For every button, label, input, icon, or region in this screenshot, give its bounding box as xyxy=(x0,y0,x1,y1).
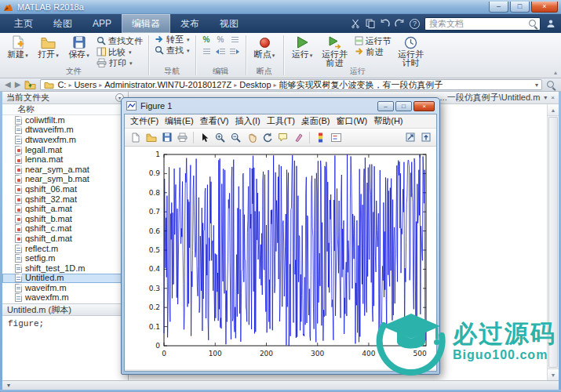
help-icon[interactable]: ? xyxy=(410,19,420,29)
file-row[interactable]: dtwavexfm.m xyxy=(2,135,128,145)
zoom-in-icon[interactable] xyxy=(213,130,228,144)
breakpoints-button[interactable]: 断点▾ xyxy=(250,34,279,60)
legend-icon[interactable] xyxy=(329,130,344,144)
figure-menu-item[interactable]: 文件(F) xyxy=(127,115,162,127)
figure-menu-item[interactable]: 桌面(B) xyxy=(298,115,333,127)
smart-indent-icon[interactable] xyxy=(200,46,213,56)
doc-search-input[interactable] xyxy=(424,17,541,31)
file-row[interactable]: setfig.m xyxy=(2,253,128,263)
find-files-button[interactable]: 查找文件 xyxy=(95,36,144,46)
goto-button[interactable]: 转至 ▾ xyxy=(153,34,191,45)
file-row[interactable]: qshift_06.mat xyxy=(2,184,128,194)
figure-menu-item[interactable]: 插入(I) xyxy=(231,115,263,127)
forward-icon[interactable]: ▶ xyxy=(15,81,21,89)
statusbar-menu-icon[interactable]: ▾ xyxy=(7,382,10,389)
folder-search-icon[interactable] xyxy=(546,80,556,90)
wrap-comments-icon[interactable] xyxy=(228,34,242,45)
zoom-out-icon[interactable] xyxy=(228,130,243,144)
breadcrumb-segment[interactable]: Users xyxy=(74,80,97,89)
dock-figure-icon[interactable] xyxy=(418,130,433,144)
editor-dock-icon[interactable]: ▾ xyxy=(544,94,547,101)
figure-menu-item[interactable]: 工具(T) xyxy=(264,115,298,127)
figure-maximize-button[interactable]: □ xyxy=(395,101,412,111)
breadcrumb[interactable]: C:▸Users▸Administrator.WIN7U-20180127Z▸D… xyxy=(40,79,542,90)
open-button[interactable]: 打开▾ xyxy=(34,34,63,60)
run-and-advance-button[interactable]: 运行并前进 xyxy=(319,34,352,67)
new-button[interactable]: 新建▾ xyxy=(3,34,32,60)
figure-menu-item[interactable]: 查看(V) xyxy=(197,115,232,127)
file-row[interactable]: near_sym_b.mat xyxy=(2,175,128,185)
rotate-3d-icon[interactable] xyxy=(260,130,275,144)
file-row[interactable]: Untitled.m xyxy=(2,274,128,284)
indent-right-icon[interactable] xyxy=(228,46,242,56)
figure-menu-item[interactable]: 窗口(W) xyxy=(333,115,371,127)
figure-titlebar[interactable]: Figure 1 – □ × xyxy=(124,98,437,114)
cut-icon[interactable] xyxy=(350,19,360,29)
breadcrumb-segment[interactable]: C: xyxy=(57,80,66,89)
print-figure-icon[interactable] xyxy=(175,130,190,144)
name-column-header[interactable]: 名称 xyxy=(2,104,128,115)
file-row[interactable]: waveifm.m xyxy=(2,283,128,293)
link-plot-icon[interactable] xyxy=(403,130,417,144)
run-button[interactable]: 运行▾ xyxy=(288,34,317,60)
new-figure-icon[interactable] xyxy=(128,130,143,144)
file-row[interactable]: qshift_d.mat xyxy=(2,234,128,244)
figure-close-button[interactable]: × xyxy=(413,101,435,111)
advance-button[interactable]: 前进 xyxy=(353,47,393,57)
file-row[interactable]: near_sym_a.mat xyxy=(2,165,128,175)
file-row[interactable]: wavexfm.m xyxy=(2,293,128,303)
file-row[interactable]: qshift_c.mat xyxy=(2,224,128,234)
file-row[interactable]: lenna.mat xyxy=(2,154,128,165)
ribbon-tab[interactable]: 绘图 xyxy=(43,14,82,33)
ribbon-tab[interactable]: APP xyxy=(82,14,122,33)
maximize-button[interactable]: □ xyxy=(510,2,530,13)
run-and-time-button[interactable]: 运行并计时 xyxy=(395,34,428,67)
run-section-button[interactable]: 运行节 xyxy=(353,36,393,46)
figure-minimize-button[interactable]: – xyxy=(377,101,394,111)
close-button[interactable]: × xyxy=(531,2,558,13)
breadcrumb-segment[interactable]: Administrator.WIN7U-20180127Z xyxy=(104,80,231,89)
details-panel-header[interactable]: Untitled.m (脚本) xyxy=(2,303,128,316)
colorbar-icon[interactable] xyxy=(313,130,328,144)
copy-icon[interactable] xyxy=(365,19,375,29)
profile-icon[interactable] xyxy=(545,19,556,29)
file-row[interactable]: qshift_32.mat xyxy=(2,194,128,205)
redo-icon[interactable] xyxy=(395,19,405,29)
up-folder-icon[interactable] xyxy=(24,80,36,89)
figure-menu-item[interactable]: 编辑(E) xyxy=(162,115,197,127)
pan-icon[interactable] xyxy=(244,130,259,144)
scroll-up-icon[interactable]: ▲ xyxy=(548,104,559,116)
file-row[interactable]: reflect.m xyxy=(2,244,128,254)
data-cursor-icon[interactable] xyxy=(275,130,290,144)
ribbon-tab[interactable]: 主页 xyxy=(4,14,43,33)
collapse-ribbon-icon[interactable]: ▴ xyxy=(554,69,557,76)
file-row[interactable]: dtwaveifm.m xyxy=(2,125,128,136)
search-icon[interactable] xyxy=(528,19,538,29)
uncomment-icon[interactable]: % xyxy=(214,34,228,45)
compare-button[interactable]: 比较 ▾ xyxy=(95,47,144,57)
file-row[interactable]: qshift_a.mat xyxy=(2,204,128,214)
minimize-button[interactable]: – xyxy=(489,2,508,13)
file-row[interactable]: qshift_b.mat xyxy=(2,214,128,224)
breadcrumb-segment[interactable]: Desktop xyxy=(239,80,271,89)
breadcrumb-segment[interactable]: 能够实现双树复小波变换，有一段仿真例子 xyxy=(279,79,443,90)
find-button[interactable]: 查找 ▾ xyxy=(153,45,191,56)
file-row[interactable]: coliwtfilt.m xyxy=(2,115,128,125)
file-row[interactable]: shift_test_1D.m xyxy=(2,263,128,274)
editor-close-icon[interactable]: × xyxy=(551,94,555,101)
ribbon-tab[interactable]: 发布 xyxy=(170,14,209,33)
ribbon-tab[interactable]: 视图 xyxy=(209,14,249,33)
breadcrumb-dropdown-icon[interactable]: ▾ xyxy=(532,82,538,89)
indent-left-icon[interactable] xyxy=(214,46,228,56)
brush-icon[interactable] xyxy=(291,130,306,144)
file-row[interactable]: legall.mat xyxy=(2,145,128,155)
open-file-icon[interactable] xyxy=(144,130,158,144)
edit-plot-cursor-icon[interactable] xyxy=(197,130,212,144)
back-icon[interactable]: ◀ xyxy=(5,81,11,89)
comment-icon[interactable]: % xyxy=(200,34,213,45)
ribbon-tab[interactable]: 编辑器 xyxy=(122,14,170,33)
undo-icon[interactable] xyxy=(380,19,390,29)
figure-menu-item[interactable]: 帮助(H) xyxy=(370,115,406,127)
save-figure-icon[interactable] xyxy=(159,130,174,144)
save-button[interactable]: 保存▾ xyxy=(64,34,93,60)
